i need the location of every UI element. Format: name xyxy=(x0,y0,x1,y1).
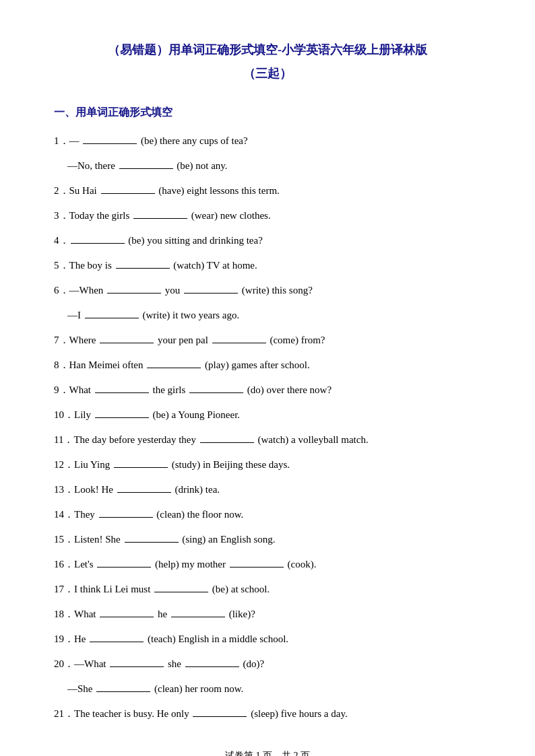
question-item: 8．Han Meimei often (play) games after sc… xyxy=(54,356,481,374)
main-title: （易错题）用单词正确形式填空-小学英语六年级上册译林版 xyxy=(54,40,481,60)
sub-title: （三起） xyxy=(54,65,481,81)
question-item: 17．I think Li Lei must (be) at school. xyxy=(54,580,481,598)
question-item: 18．What he (like)? xyxy=(54,605,481,623)
question-item: 13．Look! He (drink) tea. xyxy=(54,481,481,499)
question-item: 10．Lily (be) a Young Pioneer. xyxy=(54,406,481,424)
question-item: 9．What the girls (do) over there now? xyxy=(54,381,481,399)
footer-text: 试卷第 1 页，共 2 页 xyxy=(54,750,481,756)
question-item: —She (clean) her room now. xyxy=(67,680,481,698)
question-item: —No, there (be) not any. xyxy=(67,157,481,175)
question-item: 16．Let's (help) my mother (cook). xyxy=(54,555,481,574)
page-container: （易错题）用单词正确形式填空-小学英语六年级上册译林版 （三起） 一、用单词正确… xyxy=(54,40,481,756)
question-item: 5．The boy is (watch) TV at home. xyxy=(54,256,481,275)
question-item: 2．Su Hai (have) eight lessons this term. xyxy=(54,182,481,200)
question-item: 15．Listen! She (sing) an English song. xyxy=(54,530,481,549)
question-item: 20．—What she (do)? xyxy=(54,655,481,673)
question-item: 19．He (teach) English in a middle school… xyxy=(54,630,481,648)
question-item: 3．Today the girls (wear) new clothes. xyxy=(54,207,481,225)
question-item: 4． (be) you sitting and drinking tea? xyxy=(54,232,481,250)
question-item: 11．The day before yesterday they (watch)… xyxy=(54,431,481,449)
question-item: —I (write) it two years ago. xyxy=(67,306,481,324)
question-item: 14．They (clean) the floor now. xyxy=(54,506,481,524)
question-item: 6．—When you (write) this song? xyxy=(54,281,481,300)
question-list: 1．— (be) there any cups of tea? —No, the… xyxy=(54,132,481,723)
question-item: 7．Where your pen pal (come) from? xyxy=(54,331,481,349)
question-item: 21．The teacher is busy. He only (sleep) … xyxy=(54,705,481,723)
section-title: 一、用单词正确形式填空 xyxy=(54,106,481,120)
question-item: 1．— (be) there any cups of tea? xyxy=(54,132,481,150)
question-item: 12．Liu Ying (study) in Beijing these day… xyxy=(54,456,481,474)
